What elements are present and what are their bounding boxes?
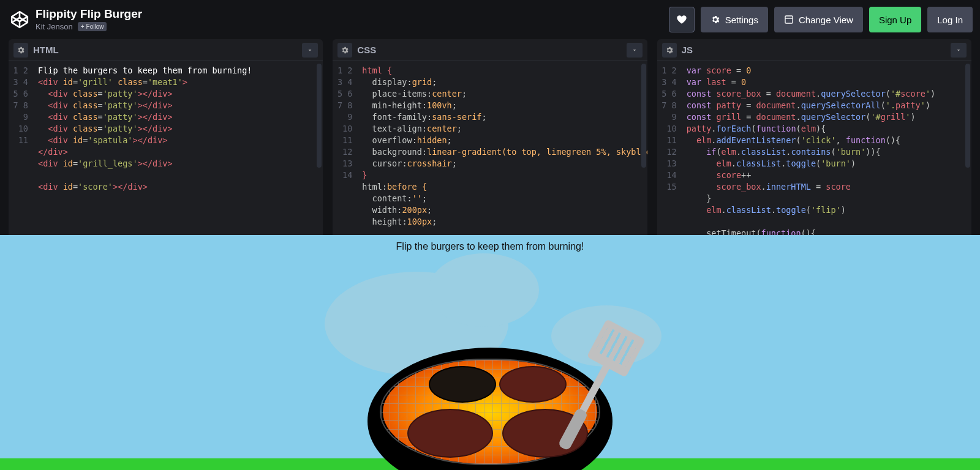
follow-button[interactable]: + Follow (78, 22, 107, 31)
sign-up-label: Sign Up (879, 15, 911, 25)
css-code-area[interactable]: 1 2 3 4 5 6 7 8 9 10 11 12 13 14 html { … (333, 61, 647, 235)
gear-icon[interactable] (337, 43, 352, 58)
gear-icon (710, 15, 720, 24)
gear-icon[interactable] (13, 43, 28, 58)
chevron-down-icon[interactable] (627, 43, 643, 58)
change-view-label: Change View (799, 15, 853, 25)
grill (368, 348, 612, 470)
patty[interactable] (407, 409, 493, 458)
js-editor: JS 1 2 3 4 5 6 7 8 9 10 11 12 13 14 15 v… (657, 39, 971, 235)
preview-pane[interactable]: Flip the burgers to keep them from burni… (0, 235, 980, 470)
codepen-logo[interactable] (7, 7, 32, 32)
heart-icon (676, 14, 687, 25)
html-code-area[interactable]: 1 2 3 4 5 6 7 8 9 10 11 Flip the burgers… (9, 61, 323, 235)
plus-icon: + (81, 23, 85, 30)
change-view-button[interactable]: Change View (774, 7, 863, 32)
settings-label: Settings (725, 15, 758, 25)
editor-row: HTML 1 2 3 4 5 6 7 8 9 10 11 Flip the bu… (0, 39, 980, 235)
scrollbar[interactable] (641, 64, 646, 168)
top-header: Flippity Flip Burger Kit Jenson + Follow… (0, 0, 980, 39)
heart-button[interactable] (669, 7, 695, 32)
layout-icon (784, 15, 794, 24)
patty[interactable] (429, 366, 496, 403)
log-in-label: Log In (937, 15, 963, 25)
js-code-area[interactable]: 1 2 3 4 5 6 7 8 9 10 11 12 13 14 15 var … (657, 61, 971, 235)
css-editor: CSS 1 2 3 4 5 6 7 8 9 10 11 12 13 14 htm… (333, 39, 647, 235)
html-editor: HTML 1 2 3 4 5 6 7 8 9 10 11 Flip the bu… (9, 39, 323, 235)
settings-button[interactable]: Settings (701, 7, 768, 32)
log-in-button[interactable]: Log In (927, 7, 973, 32)
scrollbar[interactable] (317, 64, 322, 168)
editor-title-css: CSS (357, 45, 376, 55)
gear-icon[interactable] (662, 43, 677, 58)
editor-title-html: HTML (33, 45, 59, 55)
patty[interactable] (499, 366, 567, 403)
sign-up-button[interactable]: Sign Up (869, 7, 921, 32)
chevron-down-icon[interactable] (302, 43, 318, 58)
editor-title-js: JS (682, 45, 693, 55)
svg-rect-3 (785, 16, 793, 23)
chevron-down-icon[interactable] (951, 43, 967, 58)
preview-instruction: Flip the burgers to keep them from burni… (0, 241, 980, 252)
scrollbar[interactable] (965, 64, 970, 168)
follow-label: Follow (86, 23, 104, 30)
pen-title: Flippity Flip Burger (36, 8, 142, 21)
author-name[interactable]: Kit Jenson (36, 23, 73, 31)
